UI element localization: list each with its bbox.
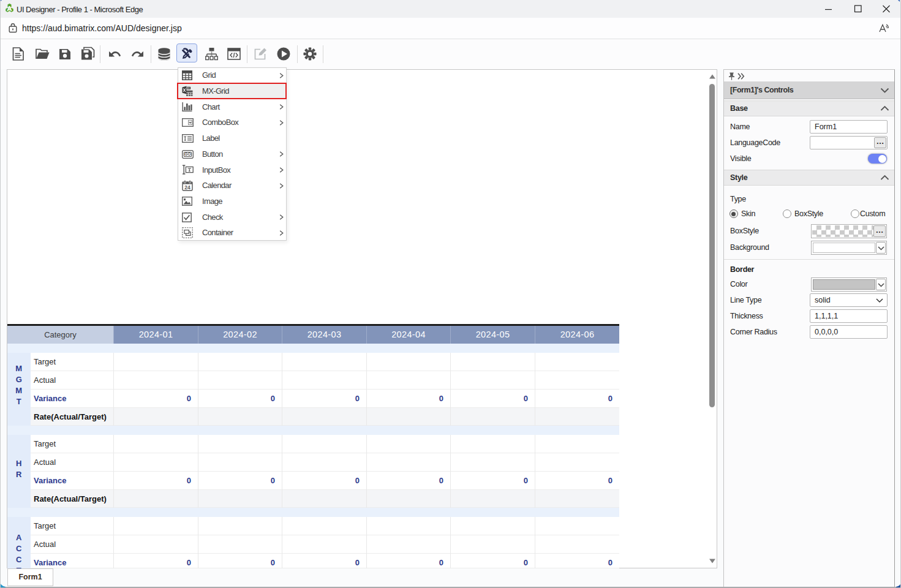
svg-text:24: 24 bbox=[184, 184, 190, 190]
svg-text:A: A bbox=[7, 5, 12, 12]
svg-text:GO: GO bbox=[184, 152, 191, 156]
